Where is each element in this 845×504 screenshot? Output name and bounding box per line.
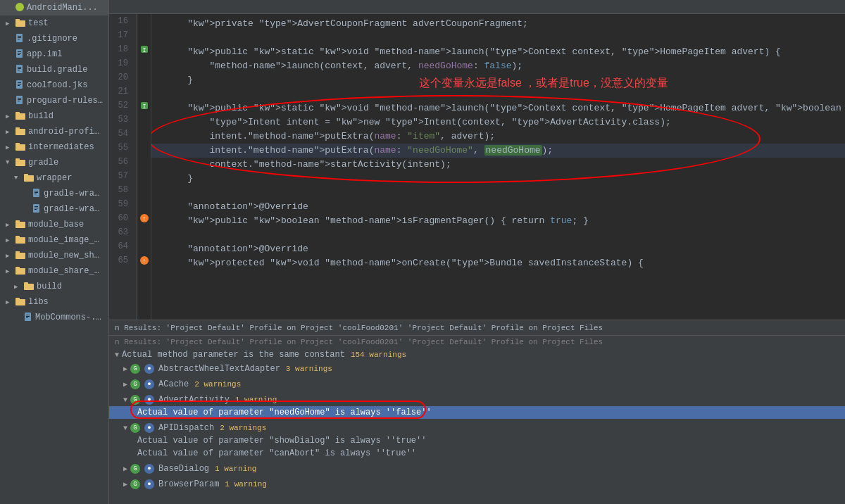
sidebar-arrow-8: ▶	[6, 128, 13, 136]
sidebar-item-8[interactable]: ▶ android-profile	[0, 124, 108, 139]
sidebar-arrow-10: ▼	[6, 159, 13, 166]
inspection-group-3: ▼ G ● APIDispatch 2 warnings Actual valu…	[109, 420, 845, 461]
gutter-marker-15	[137, 225, 151, 239]
inspection-group-2: ▼ G ● AdvertActivity 1 warning Actual va…	[109, 392, 845, 420]
sidebar-item-16[interactable]: ▶ module_new_share_sc...	[0, 248, 108, 263]
inspection-item-3-1[interactable]: Actual value of parameter "canAbort" is …	[109, 447, 845, 460]
sidebar-item-label-19: libs	[28, 297, 49, 307]
sidebar-file-icon-12	[32, 189, 41, 199]
sidebar-item-11[interactable]: ▼ wrapper	[0, 170, 108, 186]
code-content-area[interactable]: "kw">private "type">AdvertCouponFragment…	[151, 14, 845, 320]
gutter-marker-8	[137, 127, 151, 141]
sidebar-item-label-2: .gitignore	[27, 34, 77, 44]
gutter-marker-7	[137, 113, 151, 127]
gutter-marker-11	[137, 169, 151, 183]
inspection-group-header-3[interactable]: ▼ G ● APIDispatch 2 warnings	[109, 422, 845, 434]
code-line-54: intent."method-name">putExtra(name: "ite…	[151, 130, 845, 144]
inspection-group-header-0[interactable]: ▶ G ● AbstractWheelTextAdapter 3 warning…	[109, 363, 845, 375]
sidebar-item-label-12: gradle-wrapper.j...	[44, 189, 104, 199]
inspection-group-header-2[interactable]: ▼ G ● AdvertActivity 1 warning	[109, 393, 845, 406]
sidebar-item-5[interactable]: coolfood.jks	[0, 77, 108, 93]
gutter-marker-9	[137, 141, 151, 155]
inspection-item-2-0[interactable]: Actual value of parameter "needGoHome" i…	[109, 406, 845, 419]
gutter-area: II↑↑	[137, 14, 151, 320]
svg-rect-2	[15, 19, 20, 21]
svg-rect-10	[18, 54, 20, 55]
inspection-group-header-5[interactable]: ▶ G ● BrowserParam 1 warning	[109, 478, 845, 491]
sidebar-item-20[interactable]: MobCommons-...	[0, 310, 108, 325]
code-text-52: "kw">public "kw">static "kw">void "metho…	[165, 101, 845, 115]
svg-rect-52	[15, 298, 20, 300]
inspection-main-header[interactable]: ▼ Actual method parameter is the same co…	[109, 348, 845, 361]
code-line-60: "kw">public "kw">boolean "method-name">i…	[151, 214, 845, 228]
code-line-53: "type">Intent intent = "kw">new "type">I…	[151, 115, 845, 130]
code-line-18: "kw">public "kw">static "kw">void "metho…	[151, 45, 845, 59]
sidebar-item-label-16: module_new_share_sc...	[28, 251, 104, 260]
svg-rect-9	[18, 53, 21, 53]
svg-rect-29	[15, 160, 25, 166]
sidebar-item-7[interactable]: ▶ build	[0, 108, 108, 124]
sidebar-item-18[interactable]: ▶ build	[0, 279, 108, 294]
sidebar-item-14[interactable]: ▶ module_base	[0, 217, 108, 232]
sidebar-item-0[interactable]: AndroidMani...	[0, 0, 108, 15]
group-count-5: 1 warning	[225, 480, 266, 489]
svg-rect-55	[26, 316, 30, 317]
main-area: 161718192021525354555657585960636465 II↑…	[109, 0, 845, 504]
sidebar-file-icon-20	[24, 313, 32, 323]
sidebar-item-label-4: build.gradle	[27, 65, 87, 75]
sidebar-item-13[interactable]: gradle-wrapper.p...	[0, 201, 108, 217]
sidebar-file-icon-11	[24, 173, 34, 184]
gutter-marker-4	[137, 70, 151, 84]
sidebar-item-1[interactable]: ▶ test	[0, 15, 108, 31]
code-text-54: intent."method-name">putExtra(name: "ite…	[165, 130, 495, 144]
inspection-arrow-main: ▼	[115, 351, 119, 359]
sidebar-file-icon-10	[15, 158, 25, 168]
code-line-52: "kw">public "kw">static "kw">void "metho…	[151, 101, 845, 115]
sidebar-item-4[interactable]: build.gradle	[0, 62, 108, 77]
svg-rect-31	[24, 175, 34, 182]
line-number-59: 59	[109, 197, 132, 211]
sidebar-item-19[interactable]: ▶ libs	[0, 294, 108, 310]
svg-text:↑: ↑	[142, 215, 146, 223]
sidebar-item-6[interactable]: proguard-rules.pro	[0, 93, 108, 108]
group-arrow-4: ▶	[123, 465, 127, 473]
sidebar-item-label-17: module_share_sdk	[28, 266, 104, 276]
sidebar-item-17[interactable]: ▶ module_share_sdk	[0, 263, 108, 279]
sidebar-file-icon-0	[15, 3, 24, 13]
svg-rect-16	[18, 82, 21, 83]
group-count-4: 1 warning	[215, 465, 256, 473]
sidebar-item-9[interactable]: ▶ intermediates	[0, 139, 108, 155]
gutter-marker-2: I	[137, 42, 151, 56]
sidebar-item-label-5: coolfood.jks	[27, 80, 87, 90]
inspection-group-header-4[interactable]: ▶ G ● BaseDialog 1 warning	[109, 462, 845, 475]
sidebar-item-12[interactable]: gradle-wrapper.j...	[0, 186, 108, 201]
code-text-57: }	[165, 172, 193, 186]
code-line-63	[151, 228, 845, 242]
sidebar-arrow-18: ▶	[14, 283, 21, 291]
svg-rect-20	[18, 98, 21, 99]
line-number-57: 57	[109, 169, 132, 183]
group-icon-5: G	[130, 479, 140, 489]
inspection-group-header-1[interactable]: ▶ G ● ACache 2 warnings	[109, 378, 845, 391]
code-text-56: context."method-name">startActivity(inte…	[165, 158, 451, 172]
sidebar-item-15[interactable]: ▶ module_image_selec...	[0, 232, 108, 248]
sidebar-item-10[interactable]: ▼ gradle	[0, 155, 108, 170]
svg-rect-44	[15, 236, 20, 238]
sidebar-file-icon-5	[15, 80, 24, 91]
group-icon-1: G	[130, 379, 140, 389]
code-line-64: "annotation">@Override	[151, 242, 845, 256]
sidebar-file-icon-8	[15, 127, 25, 137]
bottom-content: n Results: 'Project Default' Profile on …	[109, 336, 845, 504]
sidebar-item-label-14: module_base	[28, 220, 84, 229]
svg-rect-49	[24, 284, 34, 290]
svg-rect-8	[18, 51, 21, 52]
inspection-group-4: ▶ G ● BaseDialog 1 warning	[109, 461, 845, 477]
inspection-item-3-0[interactable]: Actual value of parameter "showDialog" i…	[109, 434, 845, 447]
sidebar-item-2[interactable]: .gitignore	[0, 31, 108, 46]
sidebar-arrow-16: ▶	[6, 252, 13, 260]
sidebar-item-3[interactable]: app.iml	[0, 46, 108, 62]
sidebar-arrow-15: ▶	[6, 237, 13, 244]
code-line-17	[151, 31, 845, 45]
svg-rect-35	[35, 192, 38, 193]
gutter-marker-1	[137, 28, 151, 42]
